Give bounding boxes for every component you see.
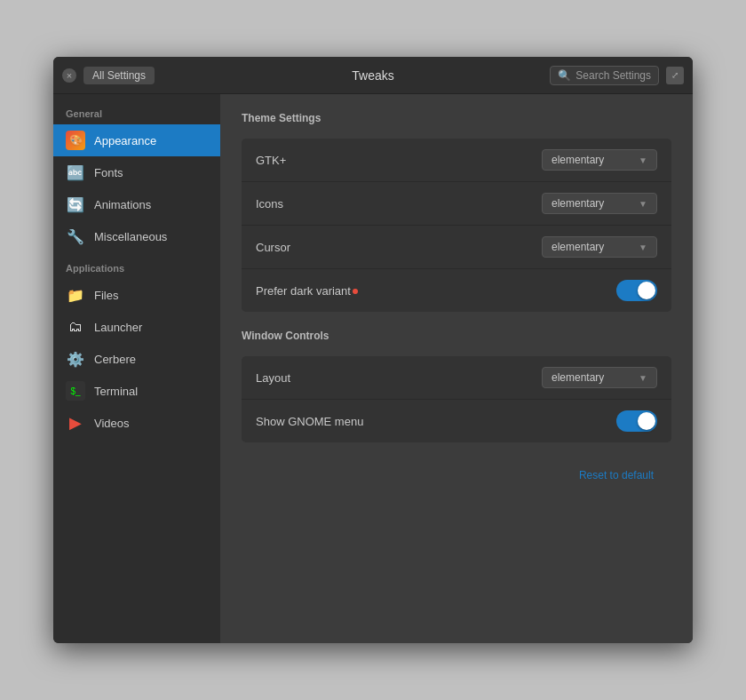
window-controls-group: Layout elementary ▼ Show GNOME menu bbox=[242, 356, 671, 442]
gnome-menu-setting-row: Show GNOME menu bbox=[242, 400, 671, 442]
layout-dropdown[interactable]: elementary ▼ bbox=[542, 367, 657, 388]
titlebar: × All Settings Tweaks 🔍 Search Settings … bbox=[53, 57, 693, 94]
layout-value: elementary bbox=[552, 371, 604, 384]
prefer-dark-setting-row: Prefer dark variant bbox=[242, 269, 671, 312]
sidebar-item-animations[interactable]: 🔄 Animations bbox=[53, 188, 220, 220]
sidebar-label-appearance: Appearance bbox=[94, 134, 156, 147]
appearance-icon: 🎨 bbox=[66, 131, 85, 150]
cursor-dropdown[interactable]: elementary ▼ bbox=[542, 236, 657, 258]
sidebar-item-launcher[interactable]: 🗂 Launcher bbox=[53, 311, 220, 343]
gnome-menu-label: Show GNOME menu bbox=[256, 415, 616, 428]
gtk-setting-row: GTK+ elementary ▼ bbox=[242, 139, 671, 182]
fonts-icon: 🔤 bbox=[66, 163, 85, 182]
sidebar-item-videos[interactable]: ▶ Videos bbox=[53, 407, 220, 439]
sidebar: General 🎨 Appearance 🔤 Fonts 🔄 Animation… bbox=[53, 94, 220, 643]
cursor-setting-row: Cursor elementary ▼ bbox=[242, 226, 671, 269]
search-placeholder: Search Settings bbox=[575, 69, 651, 82]
layout-setting-row: Layout elementary ▼ bbox=[242, 356, 671, 400]
icons-dropdown[interactable]: elementary ▼ bbox=[542, 193, 657, 214]
sidebar-section-general: General bbox=[53, 105, 220, 124]
icons-value: elementary bbox=[552, 197, 604, 210]
sidebar-label-launcher: Launcher bbox=[94, 321, 142, 334]
cursor-label: Cursor bbox=[256, 241, 542, 254]
icons-setting-row: Icons elementary ▼ bbox=[242, 182, 671, 226]
window-title: Tweaks bbox=[352, 68, 393, 83]
sidebar-item-miscellaneous[interactable]: 🔧 Miscellaneous bbox=[53, 220, 220, 252]
close-button[interactable]: × bbox=[62, 68, 76, 83]
cursor-dropdown-arrow: ▼ bbox=[639, 243, 647, 252]
launcher-icon: 🗂 bbox=[66, 317, 85, 337]
cursor-value: elementary bbox=[552, 241, 604, 253]
sidebar-label-fonts: Fonts bbox=[94, 166, 123, 179]
sidebar-item-fonts[interactable]: 🔤 Fonts bbox=[53, 156, 220, 188]
sidebar-label-terminal: Terminal bbox=[94, 385, 138, 398]
prefer-dark-toggle[interactable] bbox=[616, 280, 657, 301]
layout-dropdown-arrow: ▼ bbox=[639, 373, 647, 383]
gtk-value: elementary bbox=[552, 154, 604, 166]
sidebar-label-files: Files bbox=[94, 289, 118, 302]
icons-label: Icons bbox=[256, 197, 542, 211]
footer: Reset to default bbox=[242, 460, 671, 490]
sidebar-item-appearance[interactable]: 🎨 Appearance bbox=[53, 124, 220, 156]
sidebar-label-videos: Videos bbox=[94, 417, 130, 430]
search-icon: 🔍 bbox=[558, 69, 571, 82]
misc-icon: 🔧 bbox=[66, 227, 85, 246]
animations-icon: 🔄 bbox=[66, 195, 85, 214]
cerbere-icon: ⚙️ bbox=[66, 349, 85, 369]
sidebar-section-applications: Applications bbox=[53, 259, 220, 279]
sidebar-item-terminal[interactable]: $_ Terminal bbox=[53, 375, 220, 407]
search-settings-field[interactable]: 🔍 Search Settings bbox=[550, 66, 659, 85]
content-area: General 🎨 Appearance 🔤 Fonts 🔄 Animation… bbox=[53, 94, 693, 643]
videos-icon: ▶ bbox=[66, 413, 85, 433]
icons-dropdown-arrow: ▼ bbox=[639, 199, 647, 209]
gtk-dropdown-arrow: ▼ bbox=[639, 155, 647, 165]
tweaks-window: × All Settings Tweaks 🔍 Search Settings … bbox=[53, 57, 693, 643]
main-content: Theme Settings GTK+ elementary ▼ Icons e… bbox=[220, 94, 693, 643]
gtk-label: GTK+ bbox=[256, 154, 542, 167]
layout-label: Layout bbox=[256, 371, 542, 385]
sidebar-item-cerbere[interactable]: ⚙️ Cerbere bbox=[53, 343, 220, 375]
sidebar-label-miscellaneous: Miscellaneous bbox=[94, 230, 167, 243]
gnome-menu-toggle[interactable] bbox=[616, 410, 657, 432]
sidebar-label-cerbere: Cerbere bbox=[94, 353, 136, 366]
theme-settings-title: Theme Settings bbox=[242, 112, 671, 128]
gtk-dropdown[interactable]: elementary ▼ bbox=[542, 149, 657, 171]
theme-settings-group: GTK+ elementary ▼ Icons elementary ▼ Cur… bbox=[242, 139, 671, 312]
back-button[interactable]: All Settings bbox=[83, 67, 155, 84]
expand-button[interactable]: ⤢ bbox=[666, 67, 684, 84]
files-icon: 📁 bbox=[66, 285, 85, 305]
terminal-icon: $_ bbox=[66, 381, 85, 401]
prefer-dark-label: Prefer dark variant bbox=[256, 284, 616, 298]
reset-default-link[interactable]: Reset to default bbox=[579, 469, 654, 481]
sidebar-label-animations: Animations bbox=[94, 198, 151, 211]
window-controls-title: Window Controls bbox=[242, 330, 671, 346]
prefer-dark-dot bbox=[353, 289, 358, 294]
sidebar-item-files[interactable]: 📁 Files bbox=[53, 279, 220, 311]
